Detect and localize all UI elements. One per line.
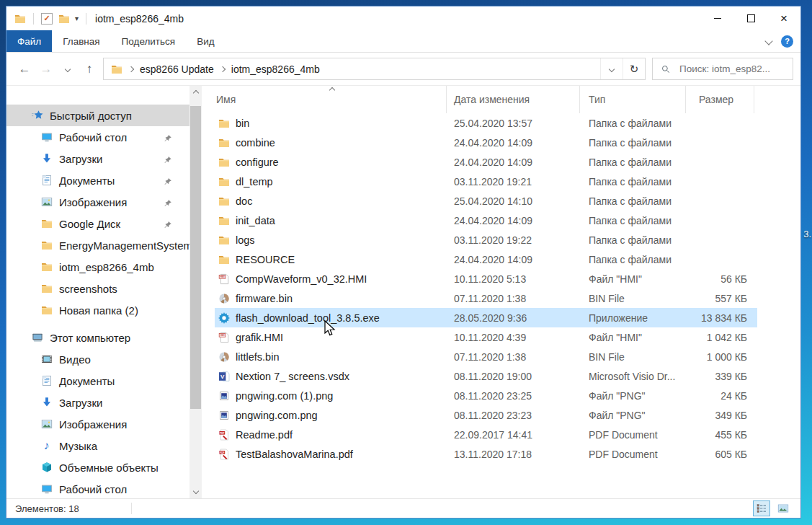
sidebar-scrollbar[interactable] (189, 86, 202, 498)
file-type: Папка с файлами (580, 234, 686, 246)
back-button[interactable]: ← (14, 58, 35, 80)
document-icon (40, 175, 53, 187)
video-icon (40, 353, 53, 366)
column-header-date[interactable]: Дата изменения (447, 86, 580, 113)
sidebar-item-этот-компьютер[interactable]: Этот компьютер (6, 327, 189, 348)
file-row[interactable]: dl_temp03.11.2020 19:21Папка с файлами (215, 172, 757, 191)
recent-locations-button[interactable] (57, 58, 79, 80)
scroll-down-arrow[interactable] (189, 485, 202, 497)
file-size: 339 КБ (686, 371, 754, 382)
sidebar-item-музыка[interactable]: ♪Музыка (6, 435, 189, 456)
file-row[interactable]: logs03.11.2020 19:22Папка с файлами (215, 230, 757, 250)
sidebar-item-изображения[interactable]: Изображения (6, 191, 189, 213)
desktop-icon (40, 131, 53, 144)
minimize-button[interactable] (701, 6, 734, 30)
maximize-button[interactable] (734, 6, 767, 30)
breadcrumb-segment[interactable]: esp8266 Update (140, 63, 214, 75)
file-row[interactable]: configure24.04.2020 14:09Папка с файлами (215, 152, 757, 172)
file-size: 1 000 КБ (686, 351, 754, 363)
file-row[interactable]: flash_download_tool_3.8.5.exe28.05.2020 … (215, 308, 757, 327)
close-button[interactable]: × (767, 6, 800, 30)
sidebar-item-быстрый-доступ[interactable]: Быстрый доступ (6, 105, 189, 126)
folder-icon (40, 304, 53, 317)
sidebar-item-google-диск[interactable]: Google Диск (6, 213, 189, 234)
sidebar-item-iotm-esp8266-4mb[interactable]: iotm_esp8266_4mb (6, 256, 189, 278)
pin-icon (161, 197, 174, 209)
ribbon-tab-главная[interactable]: Главная (52, 30, 110, 52)
up-button[interactable]: ↑ (79, 58, 100, 80)
chevron-up-icon (192, 90, 198, 96)
file-row[interactable]: pngwing.com (1).png08.11.2020 23:25Файл … (215, 386, 757, 405)
help-button[interactable]: ? (781, 35, 793, 48)
file-row[interactable]: combine24.04.2020 14:09Папка с файлами (215, 133, 757, 152)
scroll-up-arrow[interactable] (189, 87, 202, 99)
separator (131, 503, 132, 514)
scrollbar-thumb[interactable] (190, 106, 201, 409)
file-row[interactable]: VNextion 7_ screens.vsdx08.11.2020 19:00… (215, 366, 757, 386)
ribbon-collapse-chevron-icon[interactable] (764, 37, 772, 45)
sidebar-item-загрузки[interactable]: Загрузки (6, 148, 189, 169)
pin-icon (161, 175, 174, 188)
sidebar-item-загрузки[interactable]: Загрузки (6, 392, 189, 413)
file-row[interactable]: PDFTestBalashovaMarina.pdf13.11.2020 17:… (215, 444, 757, 464)
properties-check-icon[interactable]: ✓ (41, 13, 53, 25)
chevron-down-icon (609, 66, 615, 71)
sidebar-item-новая-папка-2-[interactable]: Новая папка (2) (6, 299, 189, 321)
file-date: 25.04.2020 14:10 (447, 195, 580, 207)
file-row[interactable]: HMICompWaveform_v0_32.HMI10.11.2020 5:13… (215, 269, 757, 288)
sidebar-item-документы[interactable]: Документы (6, 169, 189, 191)
search-box[interactable] (652, 58, 793, 80)
large-icons-view-button[interactable] (775, 500, 792, 516)
sidebar-item-label: Объемные объекты (59, 462, 159, 474)
sidebar-item-label: Изображения (59, 418, 127, 431)
ribbon-tab-вид[interactable]: Вид (186, 30, 225, 52)
file-name: pngwing.com (1).png (236, 390, 333, 402)
sidebar-item-screenshots[interactable]: screenshots (6, 278, 189, 299)
file-date: 07.11.2020 1:38 (447, 351, 580, 363)
column-headers: ИмяДата измененияТипРазмер (202, 86, 800, 113)
file-row[interactable]: littlefs.bin07.11.2020 1:38BIN File1 000… (215, 347, 757, 366)
title-bar[interactable]: ✓ ▾ iotm_esp8266_4mb × (6, 6, 800, 30)
address-bar[interactable]: esp8266 Updateiotm_esp8266_4mb ↻ (103, 58, 646, 80)
ribbon-tab-поделиться[interactable]: Поделиться (111, 30, 187, 52)
forward-button[interactable]: → (35, 58, 57, 80)
file-row[interactable]: init_data24.04.2020 14:09Папка с файлами (215, 211, 757, 230)
file-name-cell: pngwing.com (1).png (218, 389, 447, 402)
breadcrumb-separator-icon (128, 66, 134, 71)
sidebar-gap (6, 321, 189, 327)
sidebar-item-energymanagementsystemn[interactable]: EnergyManagementSystemN (6, 234, 189, 256)
search-input[interactable] (678, 63, 786, 75)
sidebar-item-объемные-объекты[interactable]: Объемные объекты (6, 456, 189, 478)
sidebar-item-документы[interactable]: Документы (6, 370, 189, 392)
file-row[interactable]: pngwing.com.png08.11.2020 23:23Файл "PNG… (215, 405, 757, 425)
window-controls: × (701, 6, 800, 30)
file-type: Папка с файлами (580, 176, 686, 188)
column-header-size[interactable]: Размер (686, 86, 754, 113)
sidebar-item-изображения[interactable]: Изображения (6, 413, 189, 435)
address-dropdown-button[interactable] (600, 58, 623, 79)
sidebar-item-рабочий-стол[interactable]: Рабочий стол (6, 478, 189, 498)
column-header-label: Тип (589, 94, 605, 105)
new-folder-icon[interactable] (58, 12, 70, 25)
column-header-type[interactable]: Тип (580, 86, 686, 113)
file-row[interactable]: HMIgrafik.HMI10.11.2020 4:39Файл "HMI"1 … (215, 327, 757, 347)
file-type: Файл "PNG" (580, 390, 686, 402)
sidebar-item-рабочий-стол[interactable]: Рабочий стол (6, 126, 189, 148)
folder-icon (218, 195, 230, 207)
file-row[interactable]: RESOURCE24.04.2020 14:09Папка с файлами (215, 250, 757, 269)
breadcrumb-segment[interactable]: iotm_esp8266_4mb (231, 63, 320, 75)
file-row[interactable]: bin25.04.2020 13:57Папка с файлами (215, 113, 757, 133)
file-row[interactable]: firmware.bin07.11.2020 1:38BIN File557 К… (215, 288, 757, 308)
file-row[interactable]: doc25.04.2020 14:10Папка с файлами (215, 191, 757, 211)
file-name-cell: littlefs.bin (218, 350, 447, 363)
file-row[interactable]: PDFReadme.pdf22.09.2017 14:41PDF Documen… (215, 425, 757, 444)
file-type: Приложение (580, 312, 686, 324)
ribbon-tab-файл[interactable]: Файл (6, 30, 52, 52)
mouse-cursor (324, 320, 336, 339)
refresh-button[interactable]: ↻ (623, 58, 645, 79)
sidebar-item-видео[interactable]: Видео (6, 348, 189, 370)
qat-dropdown-caret-icon[interactable]: ▾ (75, 14, 79, 22)
details-view-button[interactable] (753, 500, 770, 516)
file-name: Readme.pdf (236, 429, 293, 441)
svg-text:V: V (220, 374, 225, 380)
